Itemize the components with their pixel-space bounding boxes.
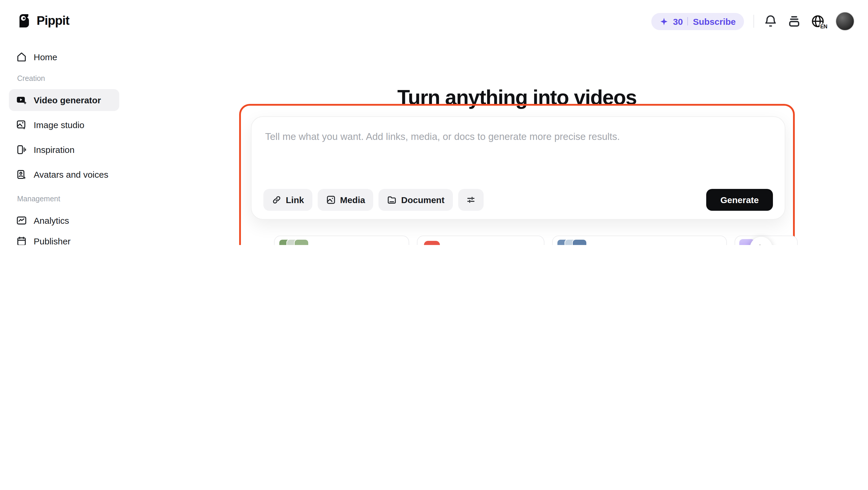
avatars-voices-icon: [16, 169, 27, 180]
suggestion-label: Back-to-school promotion video: [593, 244, 717, 245]
add-media-label: Media: [340, 195, 365, 205]
suggestion-chips: Product link to videos P Brand marketing…: [274, 236, 798, 245]
language-globe-icon[interactable]: EN: [811, 14, 826, 28]
inspiration-icon: [16, 144, 27, 155]
sidebar-label: Avatars and voices: [34, 170, 108, 180]
sliders-icon: [466, 195, 476, 205]
add-link-label: Link: [286, 195, 304, 205]
back-to-school-thumbnails: [557, 239, 587, 245]
suggestion-back-to-school-video[interactable]: Back-to-school promotion video: [552, 236, 726, 245]
stack-icon[interactable]: [787, 14, 801, 28]
topbar-actions: 30 Subscribe EN: [651, 12, 855, 31]
sidebar-item-image-studio[interactable]: Image studio: [9, 114, 119, 136]
prompt-input[interactable]: [264, 130, 774, 180]
sidebar-item-analytics[interactable]: Analytics: [9, 210, 119, 232]
sidebar-item-video-generator[interactable]: Video generator: [9, 89, 119, 111]
sidebar-label: Image studio: [34, 120, 85, 130]
app-window: Pippit 30 Subscribe EN: [0, 0, 868, 245]
home-icon: [16, 51, 27, 63]
add-link-button[interactable]: Link: [264, 189, 312, 211]
sidebar-item-inspiration[interactable]: Inspiration: [9, 139, 119, 160]
link-icon: [272, 195, 282, 205]
pippit-logo-icon: [17, 13, 32, 28]
sidebar-label: Publisher: [34, 236, 70, 245]
user-avatar[interactable]: [836, 12, 855, 31]
suggestion-brand-marketing-video[interactable]: P Brand marketing video: [416, 236, 544, 245]
prompt-composer-card: Link Media Document: [251, 116, 785, 220]
suggestion-product-link-to-videos[interactable]: Product link to videos: [274, 236, 409, 245]
brand-logo: Pippit: [17, 13, 69, 28]
sidebar-label: Inspiration: [34, 145, 74, 155]
sidebar-item-home[interactable]: Home: [9, 46, 119, 68]
add-media-button[interactable]: Media: [318, 189, 373, 211]
section-label-management: Management: [17, 195, 60, 203]
attachment-buttons: Link Media Document: [264, 189, 483, 211]
section-label-creation: Creation: [17, 74, 45, 83]
sidebar-label: Home: [34, 52, 57, 62]
generation-settings-button[interactable]: [458, 189, 483, 211]
sidebar-item-avatars-voices[interactable]: Avatars and voices: [9, 163, 119, 185]
credits-count: 30: [673, 16, 683, 26]
media-image-icon: [326, 195, 336, 205]
topbar-divider: [753, 15, 754, 28]
highlighted-generator-region: Link Media Document: [239, 104, 795, 245]
brand-name: Pippit: [37, 13, 69, 28]
suggestion-label: Product link to videos: [315, 244, 399, 245]
sidebar-label: Video generator: [34, 95, 101, 105]
credits-pill[interactable]: 30 Subscribe: [651, 13, 744, 30]
product-thumbnails: [279, 239, 309, 245]
analytics-icon: [16, 215, 27, 226]
image-studio-icon: [16, 119, 27, 130]
chevron-right-icon: [756, 243, 766, 245]
language-code: EN: [819, 24, 828, 30]
notifications-bell-icon[interactable]: [764, 14, 778, 28]
add-document-button[interactable]: Document: [379, 189, 453, 211]
sidebar-item-publisher[interactable]: Publisher: [9, 230, 119, 245]
video-generator-icon: [16, 94, 27, 106]
credits-sparkle-icon: [659, 17, 669, 26]
pill-divider: [688, 17, 688, 25]
brand-p-logo: P: [424, 241, 440, 245]
add-document-label: Document: [401, 195, 445, 205]
publisher-icon: [16, 236, 27, 245]
generate-button[interactable]: Generate: [706, 189, 773, 211]
subscribe-button[interactable]: Subscribe: [693, 16, 736, 26]
suggestion-label: Brand marketing video: [445, 244, 534, 245]
sidebar-label: Analytics: [34, 215, 69, 225]
document-folder-icon: [387, 195, 397, 205]
